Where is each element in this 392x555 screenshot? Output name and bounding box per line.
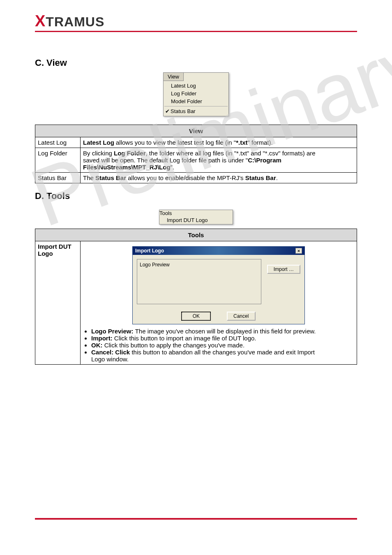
tools-table: Tools Import DUT Logo Import Logo × Logo…: [35, 229, 357, 365]
table-row: Import DUT Logo Import Logo × Logo Previ…: [35, 241, 357, 365]
menu-item-model-folder[interactable]: Model Folder: [164, 97, 228, 105]
tools-menu-widget: Tools Import DUT Logo: [159, 210, 233, 224]
dialog-titlebar: Import Logo ×: [133, 247, 304, 255]
logo-rest: TRAMUS: [46, 14, 104, 29]
import-logo-dialog: Import Logo × Logo Preview Import … OK C: [132, 246, 305, 324]
row-label: Import DUT Logo: [35, 241, 81, 365]
list-item: Logo Preview: The image you've chosen wi…: [91, 328, 354, 335]
view-menu-widget: View Latest Log Log Folder Model Folder …: [163, 72, 229, 116]
row-text: The Status Bar allows you to enable/disa…: [81, 173, 357, 183]
tools-table-header: Tools: [35, 229, 357, 241]
list-item: OK: Click this button to apply the chang…: [91, 342, 354, 349]
row-label: Status Bar: [35, 173, 81, 183]
row-text: Latest Log allows you to view the latest…: [81, 137, 357, 148]
table-row: Latest Log Latest Log allows you to view…: [35, 137, 357, 148]
view-table: View Latest Log Latest Log allows you to…: [35, 125, 357, 183]
cancel-button[interactable]: Cancel: [227, 312, 256, 321]
page-content: C. View View Latest Log Log Folder Model…: [35, 58, 357, 365]
menu-item-latest-log[interactable]: Latest Log: [164, 82, 228, 90]
bullet-list: Logo Preview: The image you've chosen wi…: [91, 328, 354, 363]
list-item: Cancel: Click this button to abandon all…: [91, 349, 354, 363]
view-table-header: View: [35, 125, 357, 137]
row-label: Latest Log: [35, 137, 81, 148]
menu-separator: [164, 106, 228, 106]
footer-rule: [35, 518, 357, 520]
group-legend: Logo Preview: [140, 262, 170, 268]
row-text: By clicking Log Folder, the folder where…: [81, 148, 357, 173]
brand-logo: XTRAMUS: [35, 12, 104, 30]
row-content: Import Logo × Logo Preview Import … OK C: [81, 241, 357, 365]
table-row: Log Folder By clicking Log Folder, the f…: [35, 148, 357, 173]
menu-item-import-dut-logo[interactable]: Import DUT Logo: [159, 216, 233, 224]
import-button[interactable]: Import …: [267, 265, 300, 274]
dialog-title: Import Logo: [135, 248, 164, 254]
table-row: Status Bar The Status Bar allows you to …: [35, 173, 357, 183]
view-menu-tab[interactable]: View: [163, 72, 184, 81]
menu-item-status-bar[interactable]: Status Bar: [164, 107, 228, 115]
list-item: Import: Click this button to import an i…: [91, 335, 354, 342]
menu-item-log-folder[interactable]: Log Folder: [164, 90, 228, 97]
logo-x: X: [35, 12, 46, 30]
logo-preview-group: Logo Preview: [137, 259, 261, 304]
header-rule: [35, 31, 357, 32]
section-view-title: C. View: [35, 58, 357, 68]
row-label: Log Folder: [35, 148, 81, 173]
tools-menu-tab[interactable]: Tools: [159, 210, 172, 216]
ok-button[interactable]: OK: [182, 312, 210, 320]
close-icon[interactable]: ×: [295, 248, 302, 254]
section-tools-title: D. Tools: [35, 191, 357, 201]
